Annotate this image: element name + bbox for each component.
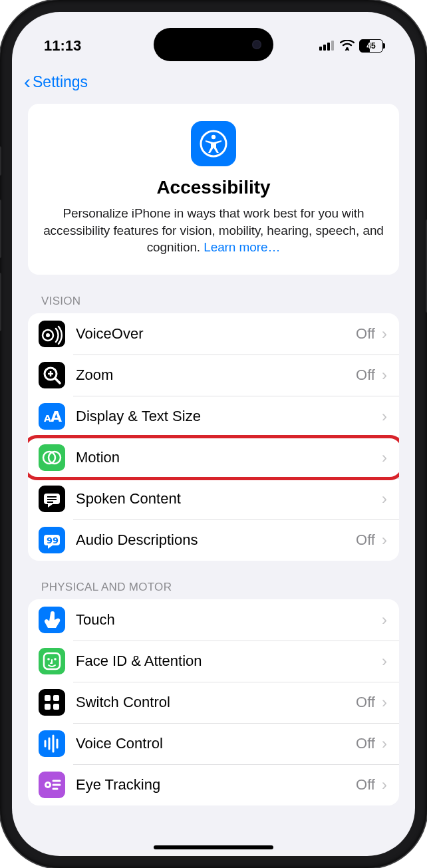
textsize-icon: AA [39,403,65,430]
switch-icon [39,689,65,716]
side-button-silent [0,146,1,176]
row-label: Audio Descriptions [76,531,356,549]
svg-point-24 [47,658,50,660]
row-label: Touch [76,611,382,629]
row-zoom[interactable]: ZoomOff› [28,355,399,396]
svg-point-35 [47,784,49,786]
chevron-left-icon: ‹ [24,72,31,92]
svg-rect-0 [319,47,322,51]
svg-rect-2 [327,43,330,51]
zoom-icon [39,362,65,388]
row-value: Off [356,325,375,343]
back-label: Settings [33,73,88,91]
voicecontrol-icon [39,730,65,757]
screen: 11:13 45 ‹ Settings [12,12,415,856]
learn-more-link[interactable]: Learn more… [204,240,280,254]
row-label: Face ID & Attention [76,652,382,670]
row-audio-descriptions[interactable]: 99Audio DescriptionsOff› [28,519,399,561]
svg-line-10 [55,378,60,383]
row-value: Off [356,531,375,549]
row-motion[interactable]: Motion› [28,437,399,478]
row-label: Motion [76,449,382,466]
svg-rect-1 [323,45,326,51]
svg-text:99: 99 [47,535,59,545]
home-indicator[interactable] [154,845,273,849]
row-label: Voice Control [76,735,356,752]
svg-point-25 [54,658,57,660]
accessibility-icon [191,121,236,166]
dynamic-island [154,28,273,61]
voiceover-icon [39,321,65,347]
section: Touch›Face ID & Attention›Switch Control… [28,599,399,805]
row-touch[interactable]: Touch› [28,599,399,641]
row-spoken-content[interactable]: Spoken Content› [28,478,399,519]
chevron-right-icon: › [382,531,387,549]
audiodesc-icon: 99 [39,527,65,553]
svg-rect-26 [45,695,51,701]
svg-point-6 [212,135,215,139]
nav-bar: ‹ Settings [12,65,415,104]
page-title: Accessibility [40,177,387,198]
device-frame: 11:13 45 ‹ Settings [0,0,427,868]
row-display-text-size[interactable]: AADisplay & Text Size› [28,396,399,437]
row-voiceover[interactable]: VoiceOverOff› [28,313,399,355]
chevron-right-icon: › [382,490,387,508]
row-label: Display & Text Size [76,408,382,425]
svg-rect-28 [45,704,51,710]
cellular-icon [319,37,335,55]
chevron-right-icon: › [382,407,387,426]
svg-rect-3 [331,41,334,51]
row-label: Spoken Content [76,490,382,507]
side-button-volume-down [0,273,1,331]
svg-point-4 [346,47,349,50]
motion-icon [39,444,65,471]
row-face-id-attention[interactable]: Face ID & Attention› [28,641,399,682]
touch-icon [39,607,65,633]
wifi-icon [340,37,355,55]
page-description: Personalize iPhone in ways that work bes… [40,205,387,256]
chevron-right-icon: › [382,611,387,629]
svg-rect-29 [53,704,59,710]
row-label: Zoom [76,366,356,384]
row-value: Off [356,735,375,752]
row-eye-tracking[interactable]: Eye TrackingOff› [28,764,399,805]
faceid-icon [39,648,65,674]
back-button[interactable]: ‹ Settings [24,72,88,92]
status-time: 11:13 [44,37,81,55]
row-switch-control[interactable]: Switch ControlOff› [28,682,399,723]
eye-icon [39,772,65,798]
chevron-right-icon: › [382,448,387,467]
row-label: Eye Tracking [76,776,356,794]
row-value: Off [356,776,375,794]
svg-rect-27 [53,695,59,701]
svg-point-8 [46,333,50,337]
chevron-right-icon: › [382,693,387,712]
chevron-right-icon: › [382,776,387,794]
content[interactable]: Accessibility Personalize iPhone in ways… [12,104,415,841]
row-label: VoiceOver [76,325,356,343]
chevron-right-icon: › [382,325,387,343]
row-value: Off [356,694,375,711]
hero-card: Accessibility Personalize iPhone in ways… [28,104,399,275]
row-value: Off [356,366,375,384]
svg-text:A: A [51,408,62,425]
row-label: Switch Control [76,694,356,711]
chevron-right-icon: › [382,734,387,753]
section-label: PHYSICAL AND MOTOR [28,581,399,599]
spoken-icon [39,486,65,512]
section-label: VISION [28,295,399,313]
section: VoiceOverOff›ZoomOff›AADisplay & Text Si… [28,313,399,561]
battery-icon: 45 [359,39,383,53]
side-button-volume-up [0,200,1,258]
chevron-right-icon: › [382,366,387,384]
chevron-right-icon: › [382,652,387,670]
row-voice-control[interactable]: Voice ControlOff› [28,723,399,764]
